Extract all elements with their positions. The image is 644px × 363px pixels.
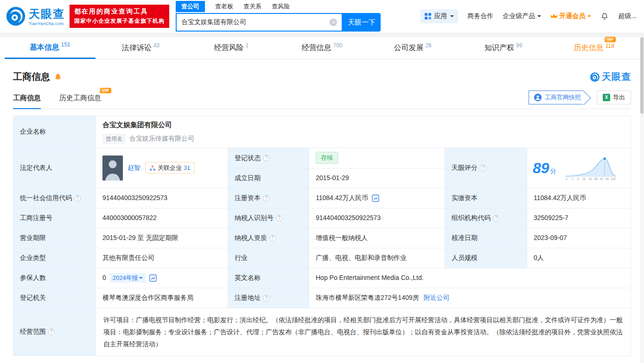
english-name-cell: Hop Po Entertainment Media Co.,Ltd. — [309, 268, 631, 288]
help-icon[interactable] — [269, 235, 276, 241]
help-icon[interactable] — [48, 329, 55, 335]
tab-operation-risk[interactable]: 经营风险 1 — [186, 37, 277, 59]
insured-trend-icon[interactable] — [149, 274, 157, 282]
tab-operation-info[interactable]: 经营信息 700 — [277, 37, 368, 59]
clear-icon[interactable]: ✕ — [330, 19, 337, 26]
svg-text:15: 15 — [582, 177, 586, 181]
scrollbar-thumb[interactable] — [640, 37, 644, 114]
tab-count: 43 — [153, 42, 159, 49]
excel-icon: X — [603, 94, 610, 101]
watermark-text: 天眼查 — [602, 71, 631, 83]
subscribe-bell-icon[interactable] — [54, 73, 62, 81]
legal-rep-cell: 赵智 关联企业 31 — [96, 148, 228, 188]
header-divider — [0, 32, 644, 37]
field-label-company-type: 企业类型 — [13, 248, 96, 268]
reg-authority-cell: 横琴粤澳深度合作区商事服务局 — [96, 288, 228, 308]
nearby-companies-link[interactable]: 附近公司 — [424, 293, 450, 303]
score-cell[interactable]: 89分 0 1 3 15 50 85 97 99 100 — [527, 148, 631, 188]
tab-legal[interactable]: 法律诉讼 43 — [96, 37, 186, 59]
help-icon[interactable] — [493, 215, 499, 221]
snapshot-label: 工商官网快照 — [545, 93, 581, 102]
help-icon[interactable] — [263, 295, 269, 301]
tab-count: 118 — [606, 43, 614, 49]
nav-apps-label: 应用 — [434, 12, 447, 20]
tianyancha-watermark-icon — [590, 72, 600, 82]
field-label-score: 天眼评分 — [445, 148, 527, 188]
tab-history-info[interactable]: 历史信息 VIP 118 — [548, 37, 639, 59]
snapshot-person-icon — [534, 93, 542, 102]
search-tab-relation[interactable]: 查关系 — [243, 2, 261, 11]
search-tab-risk[interactable]: 查风险 — [272, 2, 290, 11]
reg-address-cell: 珠海市横琴新区荣粤道272号1409房 附近公司 — [309, 288, 631, 308]
nav-enterprise[interactable]: 企业级产品 — [503, 12, 541, 20]
company-type-cell: 其他有限责任公司 — [96, 248, 228, 268]
page-scrollbar[interactable] — [640, 36, 644, 363]
chevron-down-icon — [450, 15, 454, 19]
score-unit: 分 — [550, 168, 556, 175]
tab-intellectual-property[interactable]: 知识产权 99 — [458, 37, 549, 59]
nav-enterprise-label: 企业级产品 — [503, 12, 535, 20]
section-head: 工商信息 天眼查 — [13, 71, 631, 83]
nav-apps[interactable]: 应用 — [420, 9, 458, 23]
legal-rep-photo[interactable] — [102, 156, 123, 181]
notification-bell-icon[interactable] — [600, 12, 609, 20]
tab-label: 知识产权 — [485, 43, 514, 53]
table-row-registration: 工商注册号 440003000057822 纳税人识别号 91440400325… — [13, 208, 631, 228]
company-section-tabs: 基本信息 151 法律诉讼 43 经营风险 1 经营信息 700 公司发展 26… — [0, 37, 644, 59]
apps-grid-icon — [424, 13, 432, 20]
former-name-value: 合宝娱乐传媒有限公司 — [129, 134, 194, 143]
field-label-staff-size: 人员规模 — [445, 248, 527, 268]
search-tab-boss[interactable]: 查老板 — [215, 2, 233, 11]
field-label-insured: 参保人数 — [13, 268, 96, 288]
field-label-reg-capital: 注册资本 — [228, 188, 309, 208]
tianyancha-logo[interactable]: 天眼查 TianYanCha.com — [6, 6, 65, 26]
former-name-line: 曾用名 合宝娱乐传媒有限公司 — [102, 134, 194, 144]
insured-cell: 0 2024年报 — [96, 268, 228, 288]
subtab-history-business-info[interactable]: VIP 历史工商信息 — [59, 94, 101, 109]
promo-banner: 都在用的商业查询工具 国家中小企业发展子基金旗下机构 — [70, 5, 169, 28]
taxpayer-quality-cell: 增值税一般纳税人 — [309, 228, 445, 248]
search-tab-company[interactable]: 查公司 — [176, 1, 205, 12]
tab-count: 151 — [61, 41, 70, 48]
capital-trend-icon[interactable] — [372, 194, 379, 202]
nav-super[interactable]: 超级... — [618, 12, 637, 20]
related-companies-box[interactable]: 关联企业 31 — [145, 162, 194, 174]
help-icon[interactable] — [263, 155, 269, 161]
subtab-business-info[interactable]: 工商信息 — [13, 94, 41, 109]
score-value: 89 — [533, 160, 549, 176]
legal-rep-name-link[interactable]: 赵智 — [128, 163, 140, 173]
establish-date-cell: 2015-01-29 — [309, 168, 445, 188]
credit-code-cell: 914404003250922573 — [96, 188, 228, 208]
tab-basic-info[interactable]: 基本信息 151 — [5, 37, 96, 59]
help-icon[interactable] — [263, 195, 269, 201]
field-label-taxpayer-quality: 纳税人资质 — [228, 228, 309, 248]
help-icon[interactable] — [480, 165, 486, 171]
person-photo-placeholder — [102, 156, 123, 181]
search-button[interactable]: 天眼一下 — [343, 13, 381, 32]
official-snapshot-button[interactable]: 工商官网快照 — [529, 91, 584, 104]
business-term-cell: 2015-01-29 至 无固定期限 — [96, 228, 228, 248]
svg-text:97: 97 — [600, 177, 604, 181]
tab-label: 法律诉讼 — [122, 43, 152, 53]
search-area: 查公司 查老板 查关系 查风险 ✕ 天眼一下 — [176, 1, 381, 32]
svg-text:0: 0 — [566, 177, 567, 181]
table-row-term: 营业期限 2015-01-29 至 无固定期限 纳税人资质 增值税一般纳税人 核… — [13, 228, 631, 248]
table-actions: 工商官网快照 X 导出 — [529, 91, 631, 109]
svg-text:100: 100 — [611, 177, 616, 181]
nav-cooperation[interactable]: 商务合作 — [467, 12, 493, 20]
search-input[interactable] — [177, 19, 330, 26]
field-label-industry: 行业 — [228, 248, 309, 268]
company-name-value: 合宝文娱集团有限公司 — [102, 120, 172, 130]
export-button[interactable]: X 导出 — [597, 91, 631, 104]
tab-company-development[interactable]: 公司发展 26 — [367, 37, 458, 59]
annual-report-link[interactable]: 2024年报 — [110, 273, 146, 283]
site-header: 天眼查 TianYanCha.com 都在用的商业查询工具 国家中小企业发展子基… — [0, 0, 644, 32]
business-info-table: 企业名称 合宝文娱集团有限公司 曾用名 合宝娱乐传媒有限公司 法定代表人 — [13, 116, 631, 356]
tab-label: 经营信息 — [302, 43, 332, 53]
help-icon[interactable] — [74, 195, 81, 201]
related-count: 31 — [184, 163, 190, 173]
help-icon[interactable] — [276, 215, 282, 221]
reg-status-cell: 存续 — [309, 148, 445, 168]
nav-open-vip[interactable]: 开通会员 — [550, 12, 591, 20]
svg-text:50: 50 — [589, 177, 593, 181]
